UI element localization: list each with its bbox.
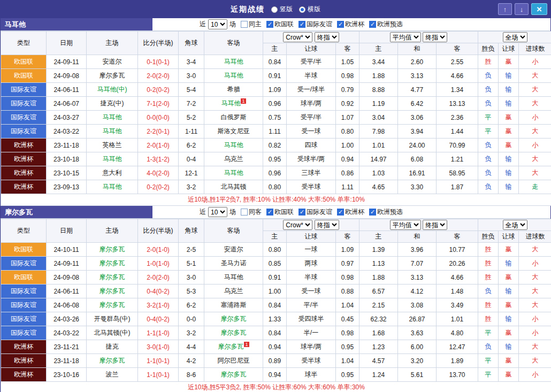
match-row: 国际友谊24-03-22马耳他2-2(0-1)1-11斯洛文尼亚1.11受一球0… — [1, 125, 551, 139]
checkbox-icon[interactable] — [369, 209, 376, 216]
recent-results-panel: 近期战绩 竖版 横版 ↑ ↓ ✕ 马耳他 近 10 场 同主 欧国联 国际友谊 … — [0, 0, 551, 392]
away-team: 马耳他1 — [204, 97, 263, 111]
col-header-ah-away: 客 — [336, 43, 359, 55]
eu-home-odds: 14.97 — [359, 152, 398, 166]
league-checkbox-friendly[interactable]: 国际友谊 — [299, 207, 332, 217]
checkbox-icon[interactable] — [299, 21, 305, 28]
same-venue-checkbox[interactable]: 同主 — [241, 20, 262, 29]
checkbox-icon[interactable] — [266, 209, 273, 216]
eu-away-odds: 10.77 — [437, 243, 478, 257]
col-header-handicap: 让球 — [499, 43, 519, 55]
euro-source-select[interactable]: 平均值 — [390, 32, 421, 42]
away-team: 圣马力诺 — [204, 257, 263, 271]
league-checkbox-friendly[interactable]: 国际友谊 — [299, 20, 332, 29]
score: 2-0(2-0) — [138, 69, 179, 83]
euro-source-select[interactable]: 平均值 — [390, 220, 421, 230]
away-team: 安道尔 — [204, 243, 263, 257]
away-team: 马耳他 — [204, 55, 263, 69]
match-count-select[interactable]: 10 — [208, 207, 227, 217]
match-row: 国际友谊24-06-11马耳他(中)0-2(0-2)5-4希腊1.09受一/球半… — [1, 83, 551, 97]
checkbox-label: 欧国联 — [274, 20, 294, 29]
scope-select[interactable]: 全场 — [503, 32, 527, 42]
summary-line: 近10场,胜5平3负2, 胜率:50% 让胜率:60% 大率:60% 单率:30… — [1, 382, 551, 392]
layout-radio-vertical[interactable]: 竖版 — [271, 5, 293, 14]
league-checkbox-euro-qual[interactable]: 欧洲预选 — [369, 207, 403, 217]
same-venue-checkbox[interactable]: 同客 — [241, 207, 262, 217]
result: 负 — [478, 139, 499, 152]
corners: 7-2 — [179, 97, 204, 111]
checkbox-icon[interactable] — [241, 21, 248, 28]
section-header: 摩尔多瓦 近 10 场 同客 欧国联 国际友谊 欧洲杯 欧洲预选 — [1, 206, 550, 219]
col-header-eu-draw: 和 — [398, 43, 437, 55]
goals-result: 小 — [519, 111, 551, 125]
radio-icon[interactable] — [299, 6, 305, 13]
checkbox-icon[interactable] — [337, 21, 344, 28]
ah-line: 半球 — [287, 271, 336, 285]
eu-home-odds: 4.57 — [359, 354, 398, 368]
score: 1-1(0-1) — [138, 354, 179, 368]
match-date: 23-10-18 — [47, 152, 87, 166]
checkbox-icon[interactable] — [266, 21, 273, 28]
score: 7-1(2-0) — [138, 97, 179, 111]
up-arrow-icon: ↑ — [503, 5, 507, 13]
corners: 5-2 — [179, 111, 204, 125]
ah-away-odds: 0.95 — [336, 340, 359, 354]
score: 2-0(2-0) — [138, 271, 179, 285]
title-group: 近期战绩 竖版 横版 — [1, 5, 550, 14]
match-row: 欧洲杯23-10-16波兰1-1(0-1)8-6摩尔多瓦0.94球半0.951.… — [1, 368, 551, 382]
league-checkbox-euro[interactable]: 欧洲杯 — [337, 207, 364, 217]
move-down-button[interactable]: ↓ — [515, 3, 529, 15]
radio-icon[interactable] — [271, 6, 278, 13]
corners: 4-4 — [179, 340, 204, 354]
league-checkbox-euro[interactable]: 欧洲杯 — [337, 20, 364, 29]
score: 2-2(0-1) — [138, 125, 179, 139]
eu-draw-odds: 3.63 — [398, 326, 437, 340]
scope-select[interactable]: 全场 — [503, 220, 527, 230]
handicap-result: 输 — [499, 69, 519, 83]
handicap-result: 赢 — [499, 111, 519, 125]
down-arrow-icon: ↓ — [520, 5, 524, 13]
league-checkbox-euro-qual[interactable]: 欧洲预选 — [369, 20, 403, 29]
corners: 3-2 — [179, 180, 204, 194]
checkbox-icon[interactable] — [299, 209, 305, 216]
ah-line: 受平/半 — [287, 111, 336, 125]
league-checkbox-nations[interactable]: 欧国联 — [266, 20, 294, 29]
team-name: 摩尔多瓦 — [1, 206, 152, 218]
match-count-select[interactable]: 10 — [208, 19, 227, 29]
league-checkbox-nations[interactable]: 欧国联 — [266, 207, 294, 217]
checkbox-icon[interactable] — [337, 209, 344, 216]
eu-away-odds: 13.70 — [437, 368, 478, 382]
euro-stage-select[interactable]: 终指 — [423, 32, 447, 42]
away-team: 希腊 — [204, 83, 263, 97]
checkbox-icon[interactable] — [369, 21, 376, 28]
layout-radio-horizontal[interactable]: 横版 — [299, 5, 320, 14]
eu-draw-odds: 24.00 — [398, 139, 437, 152]
odds-source-select[interactable]: Crow* — [283, 32, 312, 42]
handicap-result: 输 — [499, 83, 519, 97]
match-date: 24-09-11 — [47, 257, 87, 271]
result: 平 — [478, 354, 499, 368]
eu-draw-odds: 6.08 — [398, 152, 437, 166]
euro-stage-select[interactable]: 终指 — [423, 220, 447, 230]
odds-stage-select[interactable]: 终指 — [315, 32, 339, 42]
odds-source-select[interactable]: Crow* — [283, 220, 312, 230]
col-header-eu-home: 主 — [359, 231, 398, 243]
eu-away-odds: 1.21 — [437, 152, 478, 166]
eu-draw-odds: 2.60 — [398, 55, 437, 69]
ah-home-odds: 0.84 — [263, 298, 287, 312]
corners: 1-11 — [179, 125, 204, 139]
checkbox-label: 同主 — [249, 20, 262, 29]
eu-away-odds: 4.66 — [437, 271, 478, 285]
ah-line: 受四球半 — [287, 312, 336, 326]
home-team: 开曼群岛(中) — [87, 312, 138, 326]
checkbox-icon[interactable] — [241, 209, 248, 216]
match-row: 国际友谊24-03-27马耳他0-0(0-0)5-2白俄罗斯0.75受平/半1.… — [1, 111, 551, 125]
odds-stage-select[interactable]: 终指 — [315, 220, 339, 230]
goals-result: 大 — [519, 125, 551, 139]
league-badge: 国际友谊 — [1, 257, 47, 271]
eu-home-odds: 1.19 — [359, 97, 398, 111]
close-button[interactable]: ✕ — [531, 3, 547, 15]
move-up-button[interactable]: ↑ — [498, 3, 512, 15]
ah-home-odds: 1.00 — [263, 285, 287, 298]
handicap-result: 赢 — [499, 271, 519, 285]
